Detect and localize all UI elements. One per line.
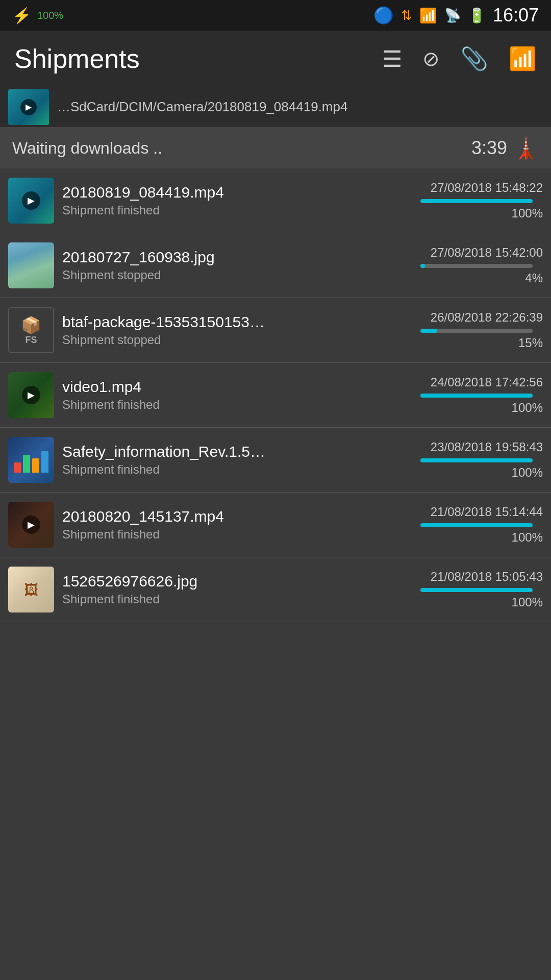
shipment-name: 20180820_145137.mp4 — [62, 508, 412, 525]
shipment-name: video1.mp4 — [62, 378, 412, 396]
list-item[interactable]: 📦 FS btaf-package-15353150153… Shipment … — [0, 298, 551, 363]
shipment-status: Shipment finished — [62, 462, 412, 477]
office-chart-icon — [14, 447, 48, 473]
progress-bar-track — [420, 458, 533, 462]
shipment-info: 20180820_145137.mp4 Shipment finished — [62, 508, 412, 542]
shipment-date: 23/08/2018 19:58:43 — [420, 440, 543, 454]
shipment-date: 21/08/2018 15:14:44 — [420, 505, 543, 519]
usb-icon: ⚡ — [12, 7, 31, 24]
attach-icon[interactable]: 📎 — [460, 45, 488, 72]
shipment-name: Safety_information_Rev.1.5… — [62, 443, 412, 460]
shipment-thumb — [8, 242, 54, 288]
shipment-name: 1526526976626.jpg — [62, 573, 412, 590]
list-item[interactable]: ▶ 20180820_145137.mp4 Shipment finished … — [0, 493, 551, 557]
progress-percent: 4% — [420, 271, 543, 285]
waiting-label: Waiting downloads .. — [12, 139, 162, 158]
shipment-status: Shipment finished — [62, 203, 412, 217]
signal-icon: 📶 — [419, 7, 437, 24]
shipment-info: 20180819_084419.mp4 Shipment finished — [62, 184, 412, 217]
status-bar: ⚡ 100% 🔵 ⇅ 📶 📡 🔋 16:07 — [0, 0, 551, 31]
waiting-bar: Waiting downloads .. 3:39 🗼 — [0, 128, 551, 168]
list-item[interactable]: ▶ video1.mp4 Shipment finished 24/08/201… — [0, 363, 551, 428]
shipment-thumb: 📦 FS — [8, 307, 54, 353]
waiting-time: 3:39 — [471, 137, 507, 159]
shipment-status: Shipment finished — [62, 592, 412, 606]
play-icon: ▶ — [22, 386, 40, 404]
upload-path: …SdCard/DCIM/Camera/20180819_084419.mp4 — [57, 99, 347, 115]
page-title: Shipments — [14, 43, 382, 74]
shipment-meta: 26/08/2018 22:26:39 15% — [420, 310, 543, 350]
transfer-icon: ⇅ — [401, 8, 412, 23]
progress-bar-fill — [420, 329, 437, 333]
bluetooth-icon: 🔵 — [373, 6, 394, 25]
shipment-date: 24/08/2018 17:42:56 — [420, 375, 543, 389]
progress-bar-track — [420, 588, 533, 592]
progress-percent: 100% — [420, 595, 543, 609]
shipment-meta: 27/08/2018 15:48:22 100% — [420, 181, 543, 220]
status-time: 16:07 — [493, 5, 539, 26]
progress-bar-track — [420, 199, 533, 203]
shipment-info: video1.mp4 Shipment finished — [62, 378, 412, 412]
shipment-name: 20180727_160938.jpg — [62, 249, 412, 266]
photo-icon: 🖼 — [24, 581, 38, 598]
shipment-status: Shipment stopped — [62, 333, 412, 347]
shipment-thumb: ▶ — [8, 178, 54, 224]
shipment-meta: 21/08/2018 15:05:43 100% — [420, 570, 543, 609]
shipment-status: Shipment stopped — [62, 268, 412, 282]
shipment-date: 27/08/2018 15:48:22 — [420, 181, 543, 195]
banner-thumb: ▶ — [8, 89, 49, 125]
list-item[interactable]: 20180727_160938.jpg Shipment stopped 27/… — [0, 233, 551, 298]
shipment-info: 20180727_160938.jpg Shipment stopped — [62, 249, 412, 282]
progress-bar-track — [420, 264, 533, 268]
progress-percent: 100% — [420, 401, 543, 415]
shipment-meta: 21/08/2018 15:14:44 100% — [420, 505, 543, 545]
shipment-thumb — [8, 437, 54, 483]
progress-percent: 100% — [420, 465, 543, 480]
play-icon: ▶ — [22, 191, 40, 210]
shipment-status: Shipment finished — [62, 527, 412, 542]
shipment-meta: 27/08/2018 15:42:00 4% — [420, 246, 543, 285]
status-bar-right: 🔵 ⇅ 📶 📡 🔋 16:07 — [373, 5, 539, 26]
status-bar-left: ⚡ 100% — [12, 7, 63, 24]
progress-bar-fill — [420, 458, 533, 462]
shipment-date: 21/08/2018 15:05:43 — [420, 570, 543, 584]
shipment-thumb: 🖼 — [8, 567, 54, 612]
shipment-date: 26/08/2018 22:26:39 — [420, 310, 543, 325]
play-icon: ▶ — [22, 516, 40, 534]
progress-bar-fill — [420, 264, 425, 268]
tower-icon: 🗼 — [513, 136, 539, 160]
shipment-info: btaf-package-15353150153… Shipment stopp… — [62, 313, 412, 347]
waiting-right: 3:39 🗼 — [471, 136, 539, 160]
block-icon[interactable]: ⊘ — [422, 47, 440, 70]
shipment-name: 20180819_084419.mp4 — [62, 184, 412, 201]
battery-percent: 100% — [37, 10, 63, 21]
shipment-thumb: ▶ — [8, 502, 54, 548]
shipment-meta: 24/08/2018 17:42:56 100% — [420, 375, 543, 415]
progress-bar-fill — [420, 394, 533, 398]
shipment-info: Safety_information_Rev.1.5… Shipment fin… — [62, 443, 412, 477]
list-item[interactable]: 🖼 1526526976626.jpg Shipment finished 21… — [0, 557, 551, 622]
progress-bar-track — [420, 394, 533, 398]
progress-bar-fill — [420, 588, 533, 592]
bluetooth-active-icon[interactable]: 📶 — [509, 45, 537, 72]
menu-icon[interactable]: ☰ — [382, 46, 402, 72]
upload-banner: ▶ …SdCard/DCIM/Camera/20180819_084419.mp… — [0, 87, 551, 128]
wifi-icon: 📡 — [444, 8, 461, 23]
shipment-meta: 23/08/2018 19:58:43 100% — [420, 440, 543, 480]
shipment-date: 27/08/2018 15:42:00 — [420, 246, 543, 260]
shipment-status: Shipment finished — [62, 398, 412, 412]
shipment-name: btaf-package-15353150153… — [62, 313, 412, 331]
progress-bar-track — [420, 329, 533, 333]
shipment-list: ▶ 20180819_084419.mp4 Shipment finished … — [0, 168, 551, 622]
progress-bar-track — [420, 523, 533, 527]
app-bar-icons: ☰ ⊘ 📎 📶 — [382, 45, 537, 72]
app-bar: Shipments ☰ ⊘ 📎 📶 — [0, 31, 551, 87]
progress-percent: 100% — [420, 206, 543, 220]
progress-percent: 15% — [420, 336, 543, 350]
battery-icon: 🔋 — [468, 7, 486, 24]
list-item[interactable]: ▶ 20180819_084419.mp4 Shipment finished … — [0, 168, 551, 233]
play-icon: ▶ — [20, 99, 37, 115]
progress-percent: 100% — [420, 530, 543, 545]
progress-bar-fill — [420, 199, 533, 203]
list-item[interactable]: Safety_information_Rev.1.5… Shipment fin… — [0, 428, 551, 493]
